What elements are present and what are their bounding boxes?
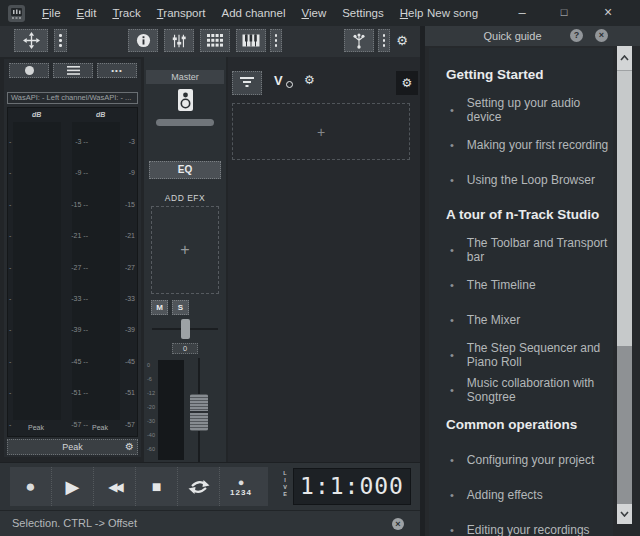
track-filter-button[interactable] <box>232 71 262 95</box>
menu-edit[interactable]: Edit <box>69 0 105 26</box>
pan-handle[interactable] <box>181 319 190 339</box>
metronome-count-in-button[interactable]: ● 1234 <box>220 467 262 506</box>
close-panel-icon[interactable]: × <box>595 29 608 42</box>
menubar: File Edit Track Transport Add channel Vi… <box>34 0 431 26</box>
mute-button[interactable]: M <box>151 300 168 315</box>
peak-readout-left: Peak <box>28 424 44 431</box>
bullet-icon: • <box>450 384 454 396</box>
guide-link[interactable]: •Music collaboration with Songtree <box>429 372 613 407</box>
peak-mode-button[interactable]: Peak ⚙ <box>7 439 138 455</box>
guide-link[interactable]: •Setting up your audio device <box>429 92 613 127</box>
solo-button[interactable]: S <box>172 300 189 315</box>
guide-link[interactable]: •Making your first recording <box>429 127 613 162</box>
close-button[interactable]: × <box>595 0 621 26</box>
toolbar-overflow-button-3[interactable] <box>378 29 390 52</box>
fader-scale-tick: -40 <box>147 432 155 438</box>
more-options-button[interactable]: ••• <box>97 63 137 78</box>
kebab-icon <box>275 34 278 47</box>
mixer-icon <box>171 33 187 49</box>
mute-solo-group: M S <box>151 300 189 315</box>
fader-scale-tick: -20 <box>147 404 155 410</box>
play-icon: ▶ <box>66 478 80 496</box>
toolbar-overflow-button-2[interactable] <box>270 29 282 52</box>
scroll-up-button[interactable] <box>617 46 632 70</box>
fader-scale-tick: -6 <box>147 376 152 382</box>
rewind-icon: ◀◀ <box>108 481 120 493</box>
speaker-icon[interactable] <box>144 88 226 112</box>
track-info-button[interactable] <box>128 29 158 52</box>
meter-tick: --9 ---9 <box>8 169 137 179</box>
loop-icon <box>188 479 210 495</box>
menu-help[interactable]: Help <box>392 0 432 26</box>
menu-view[interactable]: View <box>293 0 334 26</box>
menu-transport[interactable]: Transport <box>149 0 214 26</box>
pan-value[interactable]: 0 <box>172 343 198 354</box>
timeline-corner-settings-button[interactable]: ⚙ <box>396 71 418 95</box>
guide-link[interactable]: •The Toolbar and Transport bar <box>429 232 613 267</box>
pan-slider[interactable] <box>152 319 218 339</box>
record-arm-button[interactable] <box>9 63 49 78</box>
track-list-button[interactable] <box>53 63 93 78</box>
scroll-down-button[interactable] <box>617 504 632 524</box>
workspace: ••• WasAPI: - Left channel/WasAPI: - ...… <box>0 57 420 462</box>
timeline-settings-button[interactable]: ⚙ <box>304 73 315 87</box>
db-label-left: dB <box>32 111 41 118</box>
record-button[interactable]: ● <box>10 467 52 506</box>
menu-track[interactable]: Track <box>104 0 148 26</box>
help-icon[interactable]: ? <box>570 29 583 42</box>
play-button[interactable]: ▶ <box>52 467 94 506</box>
envelope-tool-icon[interactable]: V <box>274 73 298 93</box>
meter-tick: --27 ---27 <box>8 264 137 274</box>
menu-add-channel[interactable]: Add channel <box>214 0 294 26</box>
menu-settings[interactable]: Settings <box>334 0 392 26</box>
guide-link[interactable]: •Adding effects <box>429 477 613 512</box>
maximize-button[interactable]: □ <box>551 0 577 26</box>
bullet-icon: • <box>450 279 454 291</box>
menu-file[interactable]: File <box>34 0 69 26</box>
efx-drop-zone[interactable]: + <box>151 206 219 294</box>
track-drop-zone[interactable]: + <box>232 103 410 160</box>
piano-roll-icon <box>242 34 260 47</box>
ellipsis-icon: ••• <box>111 66 122 75</box>
piano-roll-button[interactable] <box>236 29 266 52</box>
volume-fader-handle[interactable] <box>190 394 208 431</box>
guide-link[interactable]: •Configuring your project <box>429 442 613 477</box>
scrollbar-thumb[interactable] <box>617 70 632 346</box>
guide-link[interactable]: •Using the Loop Browser <box>429 162 613 197</box>
eq-button[interactable]: EQ <box>149 161 221 179</box>
master-fader-section: 0 -6 -12 -20 -30 -40 -60 <box>144 358 226 462</box>
minimize-button[interactable]: – <box>509 0 535 26</box>
rewind-button[interactable]: ◀◀ <box>94 467 136 506</box>
filter-icon <box>240 77 254 89</box>
guide-link[interactable]: •The Mixer <box>429 302 613 337</box>
kebab-icon <box>59 34 62 47</box>
move-tool-button[interactable] <box>14 29 48 52</box>
bullet-icon: • <box>450 314 454 326</box>
songtree-button[interactable] <box>344 29 374 52</box>
toolbar-settings-button[interactable]: ⚙ <box>393 29 411 52</box>
fader-scale-tick: -60 <box>147 446 155 452</box>
mixer-button[interactable] <box>164 29 194 52</box>
loop-button[interactable] <box>178 467 220 506</box>
count-in-label: 1234 <box>230 488 252 497</box>
scrollbar-track[interactable] <box>617 346 632 504</box>
master-width-slider[interactable] <box>156 119 214 126</box>
window-title: New song <box>427 0 478 26</box>
stop-button[interactable]: ■ <box>136 467 178 506</box>
guide-link[interactable]: •Editing your recordings <box>429 512 613 536</box>
gear-icon[interactable]: ⚙ <box>125 441 134 452</box>
record-icon: ● <box>25 478 35 495</box>
guide-link[interactable]: •The Step Sequencer and Piano Roll <box>429 337 613 372</box>
step-sequencer-button[interactable] <box>200 29 230 52</box>
status-close-icon[interactable]: × <box>392 518 404 530</box>
status-bar: Selection. CTRL -> Offset × <box>0 510 420 536</box>
time-display[interactable]: 1:1:000 <box>293 468 411 505</box>
guide-link[interactable]: •The Timeline <box>429 267 613 302</box>
titlebar: File Edit Track Transport Add channel Vi… <box>0 0 640 26</box>
master-strip-title: Master <box>146 70 224 84</box>
scrollbar <box>617 46 632 536</box>
audio-device-selector[interactable]: WasAPI: - Left channel/WasAPI: - ... <box>7 92 138 104</box>
toolbar-overflow-button-1[interactable] <box>54 29 67 52</box>
meter-tick: --33 ---33 <box>8 295 137 305</box>
quick-guide-content: Getting Started •Setting up your audio d… <box>429 48 613 536</box>
